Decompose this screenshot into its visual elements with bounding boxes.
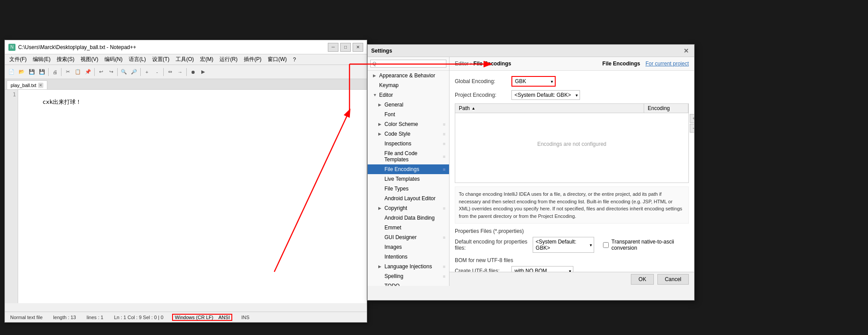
sidebar-search-container [368,57,449,71]
menu-plugins[interactable]: 插件(P) [241,55,264,64]
sidebar-label: Color Scheme [384,121,418,127]
content-body: Global Encoding: GBK Project Encoding: <… [449,71,694,272]
toolbar-undo[interactable]: ↩ [96,67,106,77]
toolbar-open[interactable]: 📂 [17,67,27,77]
transparent-checkbox[interactable] [603,242,609,248]
toolbar-zoom-out[interactable]: - [152,67,162,77]
encoding-info-text: To change encoding IntelliJ IDEA uses fo… [455,187,689,224]
sidebar-label: File Types [384,186,408,192]
toolbar-paste[interactable]: 📌 [83,67,93,77]
sidebar-item-live-templates[interactable]: Live Templates [368,174,449,184]
editor-content[interactable]: cxk出来打球！ [18,90,367,303]
toolbar-sep3 [94,68,95,76]
properties-section-title: Properties Files (*.properties) [455,228,689,234]
sidebar-item-file-code-templates[interactable]: File and Code Templates ≡ [368,148,449,164]
toolbar-redo[interactable]: ↪ [106,67,116,77]
tab-current-project[interactable]: For current project [645,61,689,67]
sidebar-item-color-scheme[interactable]: ▶ Color Scheme ≡ [368,119,449,129]
sidebar-label: Spelling [384,273,403,279]
scroll-indicator: ≡ [443,154,446,159]
line-numbers: 1 [5,90,18,303]
sidebar-item-copyright[interactable]: ▶ Copyright ≡ [368,203,449,213]
menu-search[interactable]: 搜索(S) [54,55,77,64]
project-encoding-value: <System Default: GBK> [515,92,571,98]
tab-file-encodings[interactable]: File Encodings [603,61,640,67]
settings-search-input[interactable] [370,60,446,68]
menu-run[interactable]: 运行(R) [217,55,240,64]
status-length: length : 13 [51,315,77,320]
ok-button[interactable]: OK [631,274,653,285]
menu-window[interactable]: 窗口(W) [265,55,289,64]
maximize-button[interactable]: □ [340,43,351,52]
close-button[interactable]: ✕ [353,43,363,52]
menu-language[interactable]: 语言(L) [126,55,149,64]
arrow-icon: ▶ [378,122,384,126]
path-col-header: Path ▲ [455,104,644,113]
menu-file[interactable]: 文件(F) [7,55,29,64]
sidebar-item-intentions[interactable]: Intentions [368,252,449,262]
arrow-icon: ▼ [373,93,378,97]
menu-macro[interactable]: 宏(M) [197,55,216,64]
sidebar-item-keymap[interactable]: Keymap [368,80,449,90]
toolbar-find-next[interactable]: 🔎 [129,67,139,77]
toolbar-cut[interactable]: ✂ [63,67,73,77]
sidebar-item-android-data-binding[interactable]: Android Data Binding [368,213,449,223]
project-encoding-dropdown[interactable]: <System Default: GBK> [511,90,580,100]
toolbar-new[interactable]: 📄 [7,67,16,77]
bom-section-title: BOM for new UTF-8 files [455,257,689,263]
sidebar-item-file-encodings[interactable]: File Encodings ≡ [368,164,449,174]
sidebar-item-inspections[interactable]: Inspections ≡ [368,139,449,148]
toolbar-zoom-in[interactable]: + [142,67,152,77]
menu-settings[interactable]: 设置(T) [150,55,172,64]
minimize-button[interactable]: ─ [328,43,338,52]
breadcrumb: Editor › File Encodings [455,61,511,67]
cancel-button[interactable]: Cancel [657,274,689,285]
tab-play-ball[interactable]: play_ball.txt ✕ [7,80,47,89]
menu-view[interactable]: 视图(V) [78,55,101,64]
tab-close-btn[interactable]: ✕ [38,83,43,88]
sidebar-item-android-layout[interactable]: Android Layout Editor [368,194,449,203]
toolbar-print[interactable]: 🖨 [50,67,60,77]
sidebar-item-gui-designer[interactable]: GUI Designer ≡ [368,232,449,242]
global-encoding-label: Global Encoding: [455,78,508,84]
toolbar-copy[interactable]: 📋 [73,67,83,77]
sidebar-item-spelling[interactable]: Spelling ≡ [368,271,449,281]
toolbar-find[interactable]: 🔍 [119,67,129,77]
menu-tools[interactable]: 工具(O) [173,55,196,64]
breadcrumb-current: File Encodings [473,61,511,67]
sidebar-item-appearance[interactable]: ▶ Appearance & Behavior [368,71,449,80]
menu-help[interactable]: ? [290,56,299,64]
dialog-close-btn[interactable]: ✕ [682,47,691,54]
sidebar-item-font[interactable]: Font [368,110,449,119]
status-lines: lines : 1 [85,315,105,320]
remove-path-button[interactable]: − [690,124,694,133]
sidebar-item-general[interactable]: ▶ General [368,100,449,110]
bom-dropdown[interactable]: with NO BOM [511,266,573,272]
sidebar-item-file-types[interactable]: File Types [368,184,449,194]
dialog-titlebar: Settings ✕ [368,45,694,57]
sidebar-label: GUI Designer [384,234,417,240]
add-path-button[interactable]: + [690,114,694,123]
properties-encoding-dropdown[interactable]: <System Default: GBK> [533,237,594,253]
menu-edit[interactable]: 编辑(E) [30,55,53,64]
sidebar-item-images[interactable]: Images [368,242,449,252]
sidebar-item-editor[interactable]: ▼ Editor [368,90,449,100]
menu-encode[interactable]: 编码(N) [102,55,125,64]
global-encoding-dropdown[interactable]: GBK [511,76,556,87]
sidebar-item-code-style[interactable]: ▶ Code Style ≡ [368,129,449,139]
status-line-ending-text: Windows (CR LF) [175,315,213,320]
toolbar-run-macro[interactable]: ▶ [198,67,208,77]
toolbar-save-all[interactable]: 💾 [37,67,47,77]
notepad-icon: N [8,44,15,51]
toolbar-save[interactable]: 💾 [27,67,37,77]
transparent-label: Transparent native-to-ascii conversion [611,239,689,251]
toolbar-macro[interactable]: ⏺ [188,67,198,77]
status-mode: INS [239,315,251,320]
sidebar-item-language-injections[interactable]: ▶ Language Injections ≡ [368,262,449,271]
toolbar-indent[interactable]: → [175,67,185,77]
table-header: Path ▲ Encoding [455,104,688,113]
notepad-window: N C:\Users\Marck\Desktop\play_ball.txt -… [4,40,367,323]
sidebar-item-emmet[interactable]: Emmet [368,223,449,232]
sidebar-item-todo[interactable]: TODO [368,281,449,286]
toolbar-wrap[interactable]: ⇔ [165,67,175,77]
